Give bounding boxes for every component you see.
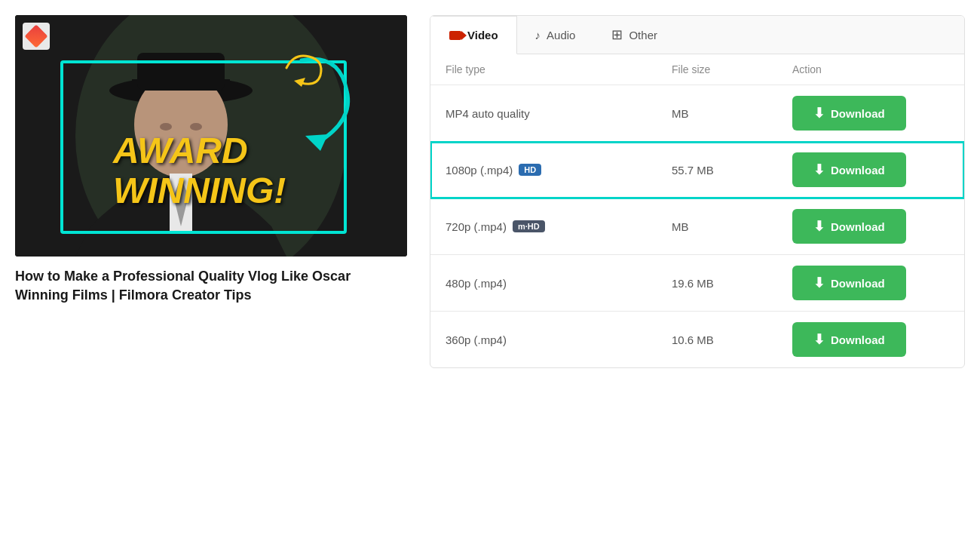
download-label: Download (831, 333, 885, 346)
tabs-container: Video ♪ Audio ⊞ Other (430, 16, 964, 54)
file-type-label-mp4-auto: MP4 auto quality (446, 107, 530, 120)
tab-video-label: Video (467, 29, 498, 41)
file-type-label-1080p: 1080p (.mp4) (446, 164, 513, 177)
download-icon: ⬇ (813, 105, 825, 121)
col-header-action: Action (777, 54, 964, 85)
tab-audio-label: Audio (547, 29, 575, 41)
download-label: Download (831, 107, 885, 120)
action-cell-1080p: ⬇Download (777, 142, 964, 198)
table-row-480p: 480p (.mp4)19.6 MB⬇Download (430, 255, 964, 312)
quality-badge-720p: m·HD (513, 220, 545, 232)
file-size-cell-360p: 10.6 MB (657, 312, 777, 368)
file-size-cell-mp4-auto: MB (657, 85, 777, 142)
file-type-label-360p: 360p (.mp4) (446, 333, 507, 346)
file-type-cell-1080p: 1080p (.mp4)HD (430, 142, 657, 198)
download-label: Download (831, 220, 885, 233)
file-type-label-720p: 720p (.mp4) (446, 220, 507, 233)
download-icon: ⬇ (813, 331, 825, 348)
file-type-cell-360p: 360p (.mp4) (430, 312, 657, 368)
download-icon: ⬇ (813, 218, 825, 235)
download-label: Download (831, 164, 885, 177)
tab-video[interactable]: Video (430, 16, 517, 54)
audio-tab-icon: ♪ (535, 29, 541, 41)
file-type-cell-480p: 480p (.mp4) (430, 255, 657, 312)
download-button-720p[interactable]: ⬇Download (792, 209, 906, 244)
action-cell-720p: ⬇Download (777, 198, 964, 255)
download-table: File type File size Action MP4 auto qual… (430, 54, 964, 367)
file-type-cell-720p: 720p (.mp4)m·HD (430, 198, 657, 255)
tab-audio[interactable]: ♪ Audio (517, 16, 594, 54)
download-button-480p[interactable]: ⬇Download (792, 266, 906, 300)
file-size-cell-480p: 19.6 MB (657, 255, 777, 312)
action-cell-mp4-auto: ⬇Download (777, 85, 964, 142)
table-row-mp4-auto: MP4 auto qualityMB⬇Download (430, 85, 964, 142)
other-tab-icon: ⊞ (611, 26, 623, 43)
action-cell-480p: ⬇Download (777, 255, 964, 312)
download-label: Download (831, 277, 885, 290)
tab-other-label: Other (629, 29, 657, 41)
svg-marker-11 (294, 78, 305, 87)
quality-badge-1080p: HD (519, 164, 541, 176)
video-title: How to Make a Professional Quality Vlog … (15, 267, 407, 305)
file-size-cell-720p: MB (657, 198, 777, 255)
table-row-360p: 360p (.mp4)10.6 MB⬇Download (430, 312, 964, 368)
right-panel: Video ♪ Audio ⊞ Other File type File siz… (430, 15, 965, 368)
table-row-1080p: 1080p (.mp4)HD55.7 MB⬇Download (430, 142, 964, 198)
tab-other[interactable]: ⊞ Other (593, 16, 675, 54)
file-type-label-480p: 480p (.mp4) (446, 277, 507, 290)
download-button-mp4-auto[interactable]: ⬇Download (792, 96, 906, 131)
download-icon: ⬇ (813, 161, 825, 178)
download-icon: ⬇ (813, 275, 825, 291)
video-tab-icon (449, 31, 461, 40)
file-type-cell-mp4-auto: MP4 auto quality (430, 85, 657, 142)
arrow-overlay (241, 45, 362, 166)
play-icon (23, 23, 50, 50)
col-header-filetype: File type (430, 54, 657, 85)
download-button-1080p[interactable]: ⬇Download (792, 152, 906, 187)
left-panel: AWARDWINNING! How to Make a Professional… (15, 15, 407, 305)
file-size-cell-1080p: 55.7 MB (657, 142, 777, 198)
download-button-360p[interactable]: ⬇Download (792, 322, 906, 357)
action-cell-360p: ⬇Download (777, 312, 964, 368)
col-header-filesize: File size (657, 54, 777, 85)
table-row-720p: 720p (.mp4)m·HDMB⬇Download (430, 198, 964, 255)
svg-marker-10 (305, 134, 328, 151)
video-thumbnail: AWARDWINNING! (15, 15, 407, 257)
